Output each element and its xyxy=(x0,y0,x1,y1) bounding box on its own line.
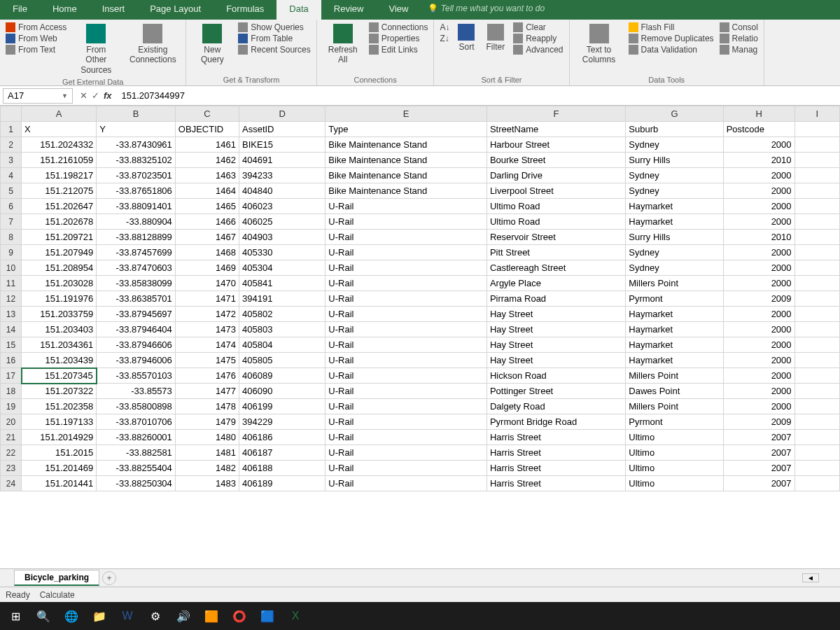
cell-F11[interactable]: Argyle Place xyxy=(486,276,625,291)
search-button[interactable]: 🔍 xyxy=(32,605,55,627)
cell-H10[interactable]: 2000 xyxy=(723,260,794,276)
row-header-9[interactable]: 9 xyxy=(1,245,22,260)
start-button[interactable]: ⊞ xyxy=(4,605,27,627)
cell-H22[interactable]: 2007 xyxy=(723,445,794,461)
cell-C7[interactable]: 1466 xyxy=(175,214,239,230)
edit-links-button[interactable]: Edit Links xyxy=(369,45,428,55)
row-header-24[interactable]: 24 xyxy=(1,476,22,491)
app2-icon[interactable]: 🟧 xyxy=(200,605,223,627)
cell-E6[interactable]: U-Rail xyxy=(326,199,487,214)
cell-A14[interactable]: 151.203403 xyxy=(22,322,97,337)
cell-I4[interactable] xyxy=(794,168,839,183)
cell-G24[interactable]: Ultimo xyxy=(626,476,723,491)
cell-I7[interactable] xyxy=(794,214,839,230)
cell-H3[interactable]: 2010 xyxy=(723,153,794,168)
cell-G23[interactable]: Ultimo xyxy=(626,461,723,476)
cell-E3[interactable]: Bike Maintenance Stand xyxy=(326,153,487,168)
cell-D15[interactable]: 405804 xyxy=(239,337,326,353)
spreadsheet-grid[interactable]: ABCDEFGHI1XYOBJECTIDAssetIDTypeStreetNam… xyxy=(0,106,840,568)
cell-F6[interactable]: Ultimo Road xyxy=(486,199,625,214)
column-header-H[interactable]: H xyxy=(723,106,794,122)
cell-A20[interactable]: 151.197133 xyxy=(22,414,97,430)
cell-H16[interactable]: 2000 xyxy=(723,353,794,368)
cell-B9[interactable]: -33.87457699 xyxy=(97,245,176,260)
row-header-13[interactable]: 13 xyxy=(1,307,22,322)
cell-B22[interactable]: -33.882581 xyxy=(97,445,176,461)
cell-F22[interactable]: Harris Street xyxy=(486,445,625,461)
column-header-F[interactable]: F xyxy=(486,106,625,122)
cell-B6[interactable]: -33.88091401 xyxy=(97,199,176,214)
cell-G20[interactable]: Pyrmont xyxy=(626,414,723,430)
cell-D3[interactable]: 404691 xyxy=(239,153,326,168)
cancel-formula-button[interactable]: ✕ xyxy=(80,90,88,101)
cell-H23[interactable]: 2007 xyxy=(723,461,794,476)
cell-D6[interactable]: 406023 xyxy=(239,199,326,214)
name-box-dropdown-icon[interactable]: ▼ xyxy=(62,92,68,99)
manage-button[interactable]: Manag xyxy=(720,45,758,55)
word-icon[interactable]: W xyxy=(116,605,139,627)
cell-D10[interactable]: 405304 xyxy=(239,260,326,276)
cell-B10[interactable]: -33.87470603 xyxy=(97,260,176,276)
cell-C9[interactable]: 1468 xyxy=(175,245,239,260)
cell-F7[interactable]: Ultimo Road xyxy=(486,214,625,230)
cell-E16[interactable]: U-Rail xyxy=(326,353,487,368)
cell-G4[interactable]: Sydney xyxy=(626,168,723,183)
cell-H6[interactable]: 2000 xyxy=(723,199,794,214)
row-header-23[interactable]: 23 xyxy=(1,461,22,476)
cell-A17[interactable]: 151.207345 xyxy=(22,368,97,384)
cell-D23[interactable]: 406188 xyxy=(239,461,326,476)
show-queries-button[interactable]: Show Queries xyxy=(238,22,310,32)
cell-G13[interactable]: Haymarket xyxy=(626,307,723,322)
cell-G10[interactable]: Sydney xyxy=(626,260,723,276)
scroll-left-button[interactable]: ◄ xyxy=(802,573,819,582)
cell-D22[interactable]: 406187 xyxy=(239,445,326,461)
from-access-button[interactable]: From Access xyxy=(6,22,66,32)
reapply-button[interactable]: Reapply xyxy=(513,34,563,43)
cell-I3[interactable] xyxy=(794,153,839,168)
select-all-cell[interactable] xyxy=(1,106,22,122)
cell-I17[interactable] xyxy=(794,368,839,384)
cell-H18[interactable]: 2000 xyxy=(723,384,794,399)
tell-me-input[interactable]: Tell me what you want to do xyxy=(421,0,552,20)
cell-C12[interactable]: 1471 xyxy=(175,291,239,307)
row-header-21[interactable]: 21 xyxy=(1,430,22,445)
cell-C13[interactable]: 1472 xyxy=(175,307,239,322)
cell-B4[interactable]: -33.87023501 xyxy=(97,168,176,183)
cell-H2[interactable]: 2000 xyxy=(723,137,794,153)
cell-H21[interactable]: 2007 xyxy=(723,430,794,445)
cell-D5[interactable]: 404840 xyxy=(239,183,326,199)
cell-D17[interactable]: 406089 xyxy=(239,368,326,384)
cell-G18[interactable]: Dawes Point xyxy=(626,384,723,399)
clear-filter-button[interactable]: Clear xyxy=(513,22,563,32)
cell-C17[interactable]: 1476 xyxy=(175,368,239,384)
cell-E9[interactable]: U-Rail xyxy=(326,245,487,260)
sheet-tab[interactable]: Bicycle_parking xyxy=(14,570,99,586)
cell-A1[interactable]: X xyxy=(22,122,97,137)
cell-C15[interactable]: 1474 xyxy=(175,337,239,353)
cell-I11[interactable] xyxy=(794,276,839,291)
cell-I6[interactable] xyxy=(794,199,839,214)
cell-E4[interactable]: Bike Maintenance Stand xyxy=(326,168,487,183)
remove-duplicates-button[interactable]: Remove Duplicates xyxy=(629,34,714,43)
cell-A8[interactable]: 151.209721 xyxy=(22,230,97,245)
cell-H20[interactable]: 2009 xyxy=(723,414,794,430)
cell-B23[interactable]: -33.88255404 xyxy=(97,461,176,476)
cell-H11[interactable]: 2000 xyxy=(723,276,794,291)
menu-tab-insert[interactable]: Insert xyxy=(90,0,138,20)
cell-G6[interactable]: Haymarket xyxy=(626,199,723,214)
data-validation-button[interactable]: Data Validation xyxy=(629,45,714,55)
cell-I15[interactable] xyxy=(794,337,839,353)
flash-fill-button[interactable]: Flash Fill xyxy=(629,22,714,32)
cell-F5[interactable]: Liverpool Street xyxy=(486,183,625,199)
edge-icon[interactable]: 🌐 xyxy=(60,605,83,627)
row-header-6[interactable]: 6 xyxy=(1,199,22,214)
cell-G11[interactable]: Millers Point xyxy=(626,276,723,291)
cell-G3[interactable]: Surry Hills xyxy=(626,153,723,168)
cell-I9[interactable] xyxy=(794,245,839,260)
column-header-D[interactable]: D xyxy=(239,106,326,122)
cell-F19[interactable]: Dalgety Road xyxy=(486,399,625,414)
cell-G12[interactable]: Pyrmont xyxy=(626,291,723,307)
cell-G17[interactable]: Millers Point xyxy=(626,368,723,384)
from-other-sources-button[interactable]: From Other Sources xyxy=(72,22,120,76)
cell-B16[interactable]: -33.87946006 xyxy=(97,353,176,368)
